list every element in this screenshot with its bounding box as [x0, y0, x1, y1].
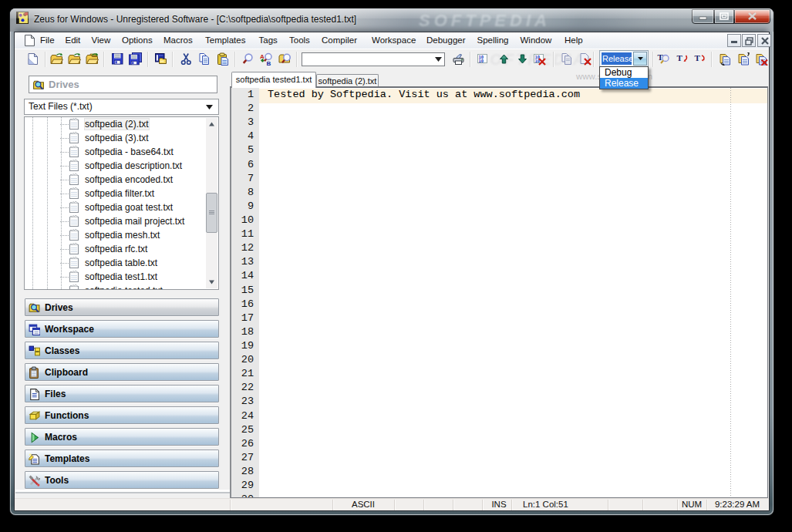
svg-text:B: B	[267, 60, 271, 66]
svg-text:10: 10	[479, 59, 484, 63]
svg-text:T: T	[677, 53, 683, 62]
svg-text:T: T	[695, 53, 701, 62]
